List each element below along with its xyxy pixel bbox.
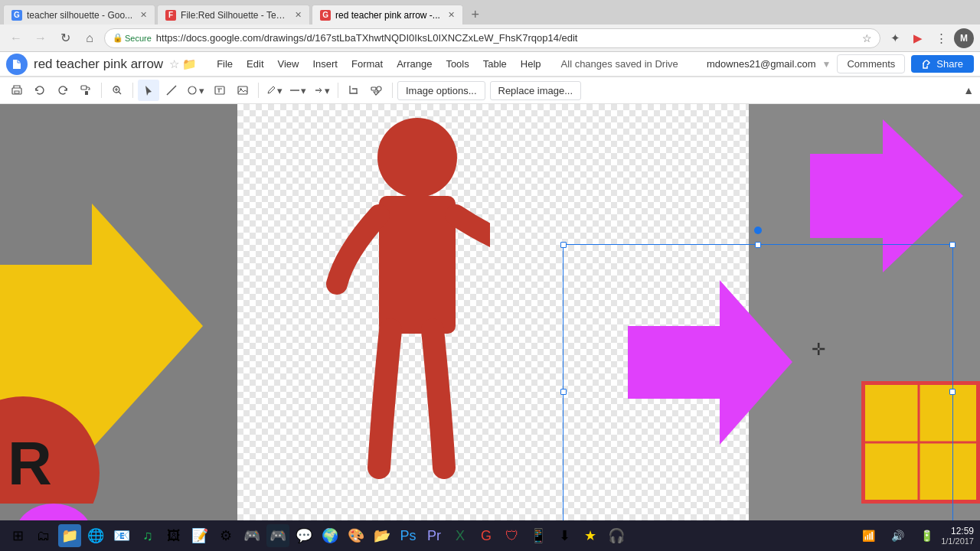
redo-button[interactable] [52, 80, 74, 101]
line-style-dropdown[interactable]: ▾ [263, 83, 286, 98]
tab-2-favicon: F [165, 10, 176, 21]
paint-icon[interactable]: 🎨 [345, 524, 368, 547]
antivirus-icon[interactable]: 🛡 [501, 524, 524, 547]
secure-badge: 🔒 Secure [113, 33, 152, 43]
premiere-icon[interactable]: Pr [423, 524, 446, 547]
youtube-icon[interactable]: ▶ [908, 28, 928, 48]
menu-tools[interactable]: Tools [439, 55, 475, 73]
steam-icon[interactable]: 🎮 [266, 524, 289, 547]
chrome2-icon[interactable]: G [475, 524, 498, 547]
comments-button[interactable]: Comments [837, 54, 905, 73]
excel-icon[interactable]: X [449, 524, 472, 547]
music-icon[interactable]: ♫ [136, 524, 159, 547]
undo-button[interactable] [29, 80, 51, 101]
file-explorer[interactable]: 📁 [58, 524, 81, 547]
task-view[interactable]: 🗂 [32, 524, 55, 547]
forward-button[interactable]: → [31, 28, 51, 48]
photoshop-icon[interactable]: Ps [397, 524, 420, 547]
sound-icon[interactable]: 🔊 [886, 524, 909, 547]
network-icon[interactable]: 📶 [857, 524, 880, 547]
game-icon[interactable]: 🎮 [240, 524, 263, 547]
browser-taskbar[interactable]: 🌐 [84, 524, 107, 547]
address-bar-icons: ☆ [862, 32, 872, 44]
photo-icon[interactable]: 🖼 [162, 524, 185, 547]
teacher-silhouette [306, 116, 490, 529]
user-email: mdownes21@gmail.com [707, 58, 816, 70]
menu-insert[interactable]: Insert [306, 55, 344, 73]
tab-2-label: File:Red Silhouette - Tea... [181, 10, 287, 21]
svg-marker-16 [810, 119, 963, 272]
extensions-button[interactable]: ✦ [885, 28, 905, 48]
battery-icon[interactable]: 🔋 [915, 524, 938, 547]
menu-help[interactable]: Help [514, 55, 547, 73]
image-icon [237, 84, 249, 96]
tab-3-close[interactable]: ✕ [448, 10, 455, 20]
android-icon[interactable]: 📱 [527, 524, 550, 547]
settings-icon[interactable]: ⚙ [214, 524, 237, 547]
image-options-button[interactable]: Image options... [397, 81, 485, 100]
menu-table[interactable]: Table [477, 55, 513, 73]
tab-bar: G teacher silhouette - Goo... ✕ F File:R… [0, 0, 980, 24]
headphone-icon[interactable]: 🎧 [605, 524, 628, 547]
svg-point-13 [377, 86, 381, 91]
crop-button[interactable] [343, 80, 364, 101]
border-arrow: ▾ [301, 85, 306, 96]
menu-format[interactable]: Format [345, 55, 389, 73]
more-button[interactable]: ⋮ [931, 28, 951, 48]
home-button[interactable]: ⌂ [80, 28, 100, 48]
bookmark-icon[interactable]: ☆ [862, 32, 872, 44]
back-button[interactable]: ← [6, 28, 26, 48]
separator-1 [101, 83, 102, 98]
editor-icon[interactable]: 📝 [188, 524, 211, 547]
zoom-icon [111, 84, 123, 96]
print-button[interactable] [6, 80, 28, 101]
downloads-icon[interactable]: ⬇ [553, 524, 576, 547]
tab-2[interactable]: F File:Red Silhouette - Tea... ✕ [157, 5, 310, 24]
new-tab-button[interactable]: + [465, 5, 486, 24]
shape-dropdown[interactable]: ▾ [184, 83, 207, 98]
mail-icon[interactable]: 📧 [110, 524, 133, 547]
menu-file[interactable]: File [211, 55, 239, 73]
collapse-toolbar-button[interactable]: ▲ [963, 84, 974, 96]
paint-format-icon [80, 84, 92, 96]
border-dropdown[interactable]: ▾ [287, 83, 309, 98]
folder2-icon[interactable]: 📂 [371, 524, 394, 547]
paint-format-button[interactable] [75, 80, 96, 101]
user-avatar[interactable]: M [954, 28, 974, 48]
share-icon [922, 59, 933, 70]
share-button[interactable]: Share [911, 55, 974, 73]
crop-icon [348, 84, 360, 96]
tab-1[interactable]: G teacher silhouette - Goo... ✕ [3, 5, 155, 24]
tab-3[interactable]: G red teacher pink arrow -... ✕ [312, 5, 463, 24]
tab-1-favicon: G [11, 10, 22, 21]
menu-edit[interactable]: Edit [240, 55, 270, 73]
menu-view[interactable]: View [272, 55, 305, 73]
pink-arrow-shape [628, 280, 792, 445]
pen-icon [266, 86, 276, 95]
textbox-icon [214, 84, 226, 96]
select-button[interactable] [138, 80, 159, 101]
start-button[interactable]: ⊞ [6, 524, 29, 547]
menu-arrange[interactable]: Arrange [390, 55, 438, 73]
discord-icon[interactable]: 💬 [292, 524, 315, 547]
address-bar[interactable]: 🔒 Secure https://docs.google.com/drawing… [104, 28, 880, 48]
line-button[interactable] [161, 80, 182, 101]
star-button[interactable]: ☆ [169, 57, 179, 71]
zoom-button[interactable] [106, 80, 128, 101]
image-button[interactable] [232, 80, 253, 101]
line-end-dropdown[interactable]: ▾ [311, 83, 333, 98]
clock-time: 12:59 [941, 526, 974, 536]
tab-1-label: teacher silhouette - Goo... [27, 10, 132, 21]
menu-bar: red teacher pink arrow ☆ 📁 File Edit Vie… [0, 52, 980, 77]
replace-image-button[interactable]: Replace image... [490, 81, 582, 100]
chrome-taskbar[interactable]: 🌍 [318, 524, 341, 547]
star-icon-taskbar[interactable]: ★ [579, 524, 602, 547]
text-button[interactable] [209, 80, 230, 101]
pink-arrow-main[interactable] [628, 280, 792, 447]
svg-marker-26 [628, 280, 792, 445]
folder-button[interactable]: 📁 [182, 57, 197, 71]
refresh-button[interactable]: ↻ [55, 28, 75, 48]
more-shapes-button[interactable] [366, 80, 387, 101]
tab-2-close[interactable]: ✕ [295, 10, 302, 20]
tab-1-close[interactable]: ✕ [140, 10, 147, 20]
